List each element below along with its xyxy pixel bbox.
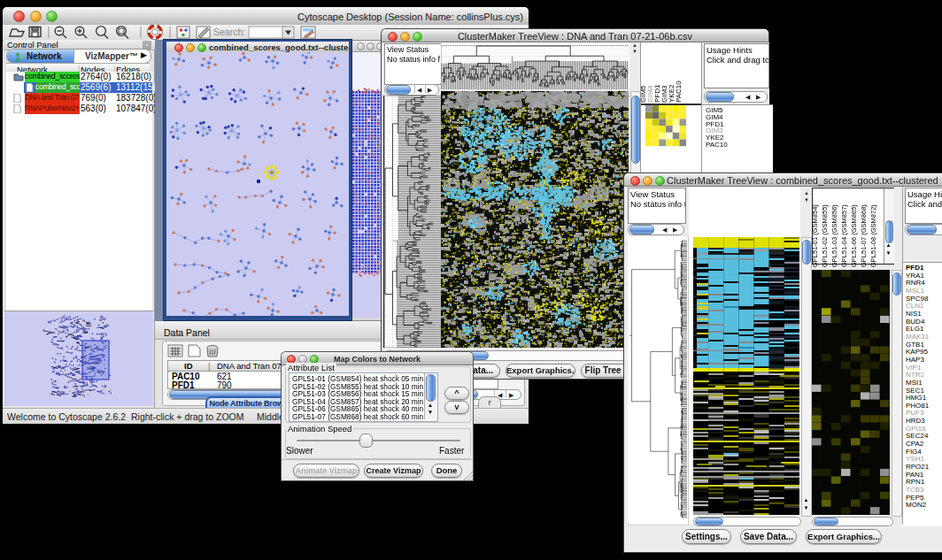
svg-text:Search:: Search: — [213, 27, 245, 37]
